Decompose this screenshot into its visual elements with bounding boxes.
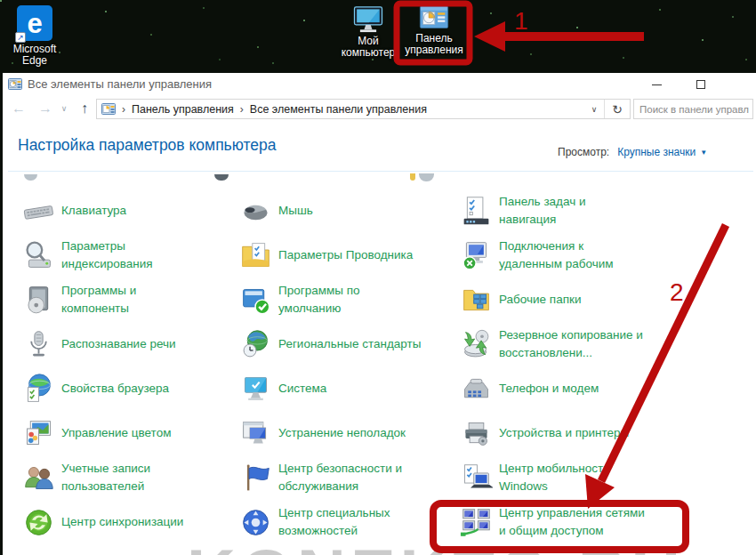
item-mouse[interactable]: Мышь (238, 189, 459, 233)
item-label: Управление цветом (61, 424, 171, 442)
search-box (633, 99, 753, 119)
backup-icon (459, 327, 493, 361)
mobility-icon (459, 461, 493, 495)
back-button[interactable]: ← (8, 99, 29, 118)
page-title: Настройка параметров компьютера (18, 136, 276, 155)
forward-button[interactable]: → (35, 99, 56, 118)
control-panel-window: Все элементы панели управления ← → ∨ ↑ ›… (3, 73, 756, 555)
taskbar-icon (459, 194, 493, 228)
item-label: Устройства и принтеры (499, 424, 629, 442)
item-speech-recognition[interactable]: Распознавание речи (21, 322, 238, 366)
control-panel-icon (8, 77, 22, 92)
item-backup-restore[interactable]: Резервное копирование и восстановлени... (459, 322, 740, 366)
globe-clock-icon (238, 327, 272, 361)
item-explorer-options[interactable]: Параметры Проводника (238, 233, 459, 278)
shortcut-label: Панель управления (405, 33, 462, 56)
view-mode-link[interactable]: Крупные значки (617, 146, 696, 158)
item-label: Параметры индексирования (61, 237, 153, 273)
control-panel-icon (419, 5, 449, 30)
item-keyboard[interactable]: Клавиатура (21, 189, 238, 233)
screenshot-stage: e ↗ Microsoft Edge Мой компьютер (0, 0, 756, 555)
troubleshoot-icon (238, 416, 272, 450)
breadcrumb-root[interactable]: Панель управления (132, 103, 234, 116)
users-icon (21, 461, 55, 495)
browser-globe-icon (21, 372, 55, 406)
breadcrumb-current[interactable]: Все элементы панели управления (250, 103, 427, 116)
search-input[interactable] (634, 104, 752, 115)
minimize-button[interactable] (639, 73, 674, 96)
desktop-stars (0, 0, 2, 2)
programs-icon (21, 283, 55, 317)
chevron-down-icon[interactable]: ▼ (700, 149, 707, 157)
default-programs-icon (238, 283, 272, 317)
partial-icon (419, 173, 434, 181)
work-folders-icon (459, 283, 493, 317)
indexing-icon (21, 238, 55, 272)
item-label: Мышь (278, 202, 313, 220)
control-panel-icon (101, 102, 116, 117)
address-bar[interactable]: › Панель управления › Все элементы панел… (96, 99, 631, 119)
folder-options-icon (238, 238, 272, 272)
history-dropdown-icon[interactable]: ∨ (58, 99, 70, 118)
item-user-accounts[interactable]: Учетные записи пользователей (21, 455, 238, 500)
item-troubleshooting[interactable]: Устранение неполадок (238, 411, 459, 455)
window-titlebar: Все элементы панели управления (3, 73, 756, 96)
breadcrumb-separator: › (116, 103, 132, 116)
item-color-management[interactable]: Управление цветом (21, 411, 238, 455)
item-label: Центр безопасности и обслуживания (278, 460, 402, 495)
desktop-shortcut-control-panel[interactable]: Панель управления (398, 5, 470, 56)
system-monitor-icon (238, 372, 272, 406)
item-label: Региональные стандарты (278, 335, 421, 353)
item-label: Телефон и модем (499, 380, 599, 398)
content-area: Настройка параметров компьютера Просмотр… (3, 123, 756, 555)
item-default-programs[interactable]: Программы по умолчанию (238, 278, 459, 322)
watermark: KONEKTO.RU (187, 535, 685, 555)
shortcut-label: Мой компьютер (342, 36, 396, 59)
desktop-shortcut-microsoft-edge[interactable]: e ↗ Microsoft Edge (7, 5, 62, 67)
shortcut-label: Microsoft Edge (13, 44, 57, 67)
item-regional-standards[interactable]: Региональные стандарты (238, 322, 459, 366)
item-taskbar-navigation[interactable]: Панель задач и навигация (459, 189, 740, 233)
item-system[interactable]: Система (238, 366, 459, 411)
item-devices-printers[interactable]: Устройства и принтеры (459, 411, 740, 455)
item-label: Программы и компоненты (61, 282, 136, 318)
item-label: Рабочие папки (499, 291, 581, 309)
item-browser-properties[interactable]: Свойства браузера (21, 366, 238, 411)
item-remote-desktop-connections[interactable]: Подключения к удаленным рабочим (459, 233, 740, 278)
maximize-button[interactable] (683, 73, 719, 96)
partial-icon (24, 174, 37, 181)
item-label: Центр мобильности Windows (499, 460, 610, 495)
desktop-background: e ↗ Microsoft Edge Мой компьютер (0, 0, 756, 73)
item-label: Система (278, 380, 326, 398)
item-windows-mobility-center[interactable]: Центр мобильности Windows (459, 455, 740, 500)
breadcrumb-separator: › (234, 103, 250, 116)
desktop-shortcut-my-computer[interactable]: Мой компьютер (333, 5, 404, 59)
item-work-folders[interactable]: Рабочие папки (459, 278, 740, 322)
item-label: Панель задач и навигация (499, 193, 586, 229)
refresh-icon[interactable]: ↻ (605, 102, 630, 117)
maximize-icon (696, 80, 705, 89)
item-security-maintenance-center[interactable]: Центр безопасности и обслуживания (238, 455, 459, 500)
item-label: Распознавание речи (61, 335, 176, 353)
remote-desktop-icon (459, 238, 493, 272)
item-programs-features[interactable]: Программы и компоненты (21, 278, 238, 322)
item-label: Устранение неполадок (278, 424, 406, 442)
partial-icon (214, 174, 229, 181)
sync-icon (21, 505, 55, 539)
flag-icon (238, 461, 272, 495)
address-dropdown-icon[interactable]: ∨ (584, 105, 605, 114)
item-label: Свойства браузера (61, 380, 169, 398)
item-label: Клавиатура (61, 202, 126, 220)
microphone-icon (21, 327, 55, 361)
up-button[interactable]: ↑ (74, 99, 95, 118)
shortcut-arrow-icon: ↗ (15, 32, 26, 43)
item-phone-modem[interactable]: Телефон и модем (459, 366, 740, 411)
item-indexing-options[interactable]: Параметры индексирования (21, 233, 238, 278)
phone-icon (459, 372, 493, 406)
item-label: Учетные записи пользователей (61, 460, 150, 495)
navigation-bar: ← → ∨ ↑ › Панель управления › Все элемен… (3, 96, 756, 123)
item-label: Центр синхронизации (61, 513, 183, 531)
edge-letter: e (27, 10, 42, 37)
keyboard-icon (21, 194, 55, 228)
partial-icon (410, 173, 415, 181)
